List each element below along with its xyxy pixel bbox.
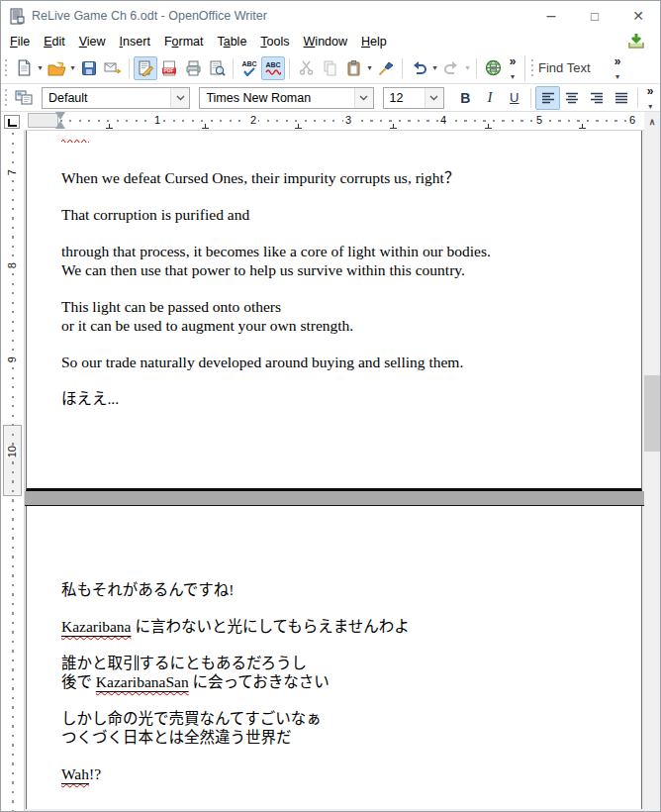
paste-dropdown[interactable] — [365, 56, 374, 80]
paragraph: We can then use that power to help us su… — [27, 260, 641, 279]
title-bar: ReLive Game Ch 6.odt - OpenOffice Writer — [1, 1, 660, 31]
menu-format[interactable]: Format — [157, 33, 211, 51]
close-button[interactable] — [616, 1, 660, 31]
minimize-icon — [547, 7, 556, 25]
indent-marker-bottom[interactable] — [55, 121, 65, 129]
vertical-ruler[interactable]: 7 8 9 10 — [1, 131, 25, 812]
formatting-toolbar-grip[interactable] — [4, 87, 9, 109]
spellcheck-button[interactable]: ABC — [237, 56, 261, 80]
formatting-toolbar: Default Times New Roman 12 B I U — [1, 84, 660, 112]
paragraph: 後で KazaribanaSan に会っておきなさい — [27, 672, 641, 691]
indent-marker-top[interactable] — [55, 112, 65, 120]
menu-window[interactable]: Window — [297, 33, 354, 51]
spellcheck-icon: ABC — [241, 60, 256, 76]
undo-button[interactable] — [407, 56, 430, 80]
document-canvas[interactable]: When we defeat Cursed Ones, their impuri… — [25, 131, 644, 812]
chevron-double-icon — [510, 54, 517, 68]
page-preview-icon — [209, 60, 226, 76]
tab-stop-mark — [202, 124, 209, 129]
horizontal-ruler[interactable]: 1 2 3 4 5 6 — [25, 112, 644, 131]
copy-button[interactable] — [318, 56, 341, 80]
minimize-button[interactable] — [529, 1, 573, 31]
combo-arrow-icon[interactable] — [425, 88, 443, 108]
open-button[interactable] — [45, 56, 68, 80]
find-text-input[interactable] — [538, 60, 610, 75]
page-1[interactable]: When we defeat Cursed Ones, their impuri… — [26, 131, 642, 491]
scroll-up-button[interactable] — [644, 112, 660, 131]
main-area: 7 8 9 10 When we defeat Cursed Ones, the… — [1, 131, 660, 812]
paragraph: When we defeat Cursed Ones, their impuri… — [27, 168, 641, 187]
find-toolbar-overflow[interactable] — [610, 56, 625, 80]
autospellcheck-button[interactable]: ABC — [261, 56, 285, 80]
underline-button[interactable]: U — [502, 86, 526, 110]
edit-mode-button[interactable] — [134, 56, 157, 80]
font-size-select[interactable]: 12 — [383, 87, 444, 109]
tab-stop-mark — [295, 124, 302, 129]
find-toolbar-grip[interactable] — [530, 57, 535, 79]
left-tab-icon — [4, 115, 20, 129]
italic-button[interactable]: I — [478, 86, 503, 110]
justify-button[interactable] — [609, 86, 633, 110]
align-center-icon — [565, 92, 579, 104]
menu-help[interactable]: Help — [354, 33, 394, 51]
ruler-margin-zone — [28, 113, 58, 128]
chevron-double-icon — [614, 54, 621, 68]
scrollbar-thumb[interactable] — [644, 375, 660, 452]
new-document-button[interactable] — [12, 56, 36, 80]
bold-button[interactable]: B — [453, 86, 478, 110]
menu-table[interactable]: Table — [210, 33, 253, 51]
vertical-scrollbar[interactable] — [644, 131, 660, 812]
tab-stop-mark — [390, 124, 397, 129]
standard-toolbar-overflow[interactable] — [505, 56, 520, 80]
align-right-button[interactable] — [585, 86, 610, 110]
email-button[interactable] — [101, 56, 125, 80]
paragraph: So our trade naturally developed around … — [27, 353, 641, 371]
paragraph: or it can be used to augment your own st… — [27, 316, 641, 335]
page-preview-button[interactable] — [205, 56, 229, 80]
export-pdf-button[interactable]: PDF — [157, 56, 181, 80]
maximize-button[interactable] — [573, 1, 616, 31]
align-center-button[interactable] — [560, 86, 585, 110]
menu-tools[interactable]: Tools — [253, 33, 296, 51]
paste-button[interactable] — [341, 56, 365, 80]
menu-insert[interactable]: Insert — [113, 33, 157, 51]
menu-edit[interactable]: Edit — [37, 33, 72, 51]
styles-button[interactable] — [12, 86, 36, 110]
combo-arrow-icon[interactable] — [170, 88, 189, 108]
chevron-double-icon — [647, 84, 654, 98]
pdf-export-icon: PDF — [161, 60, 177, 76]
save-floppy-icon — [81, 60, 97, 76]
update-available-icon[interactable] — [626, 33, 646, 51]
tab-type-selector[interactable] — [1, 112, 25, 131]
chevron-down-icon — [615, 68, 619, 82]
paragraph: ほええ... — [27, 389, 641, 408]
combo-arrow-icon[interactable] — [354, 88, 373, 108]
align-left-button[interactable] — [535, 86, 560, 110]
format-paintbrush-button[interactable] — [374, 56, 398, 80]
print-button[interactable] — [181, 56, 205, 80]
formatting-toolbar-overflow[interactable] — [642, 86, 658, 110]
writer-document-icon — [9, 8, 26, 25]
paintbrush-icon — [378, 60, 394, 76]
hyperlink-button[interactable] — [481, 56, 505, 80]
redo-button[interactable] — [439, 56, 463, 80]
new-document-dropdown[interactable] — [36, 56, 45, 80]
paragraph-style-select[interactable]: Default — [42, 87, 190, 109]
toolbar-grip[interactable] — [4, 57, 9, 79]
font-name-select[interactable]: Times New Roman — [199, 87, 373, 109]
redo-dropdown[interactable] — [463, 56, 472, 80]
tab-stop-mark — [106, 124, 113, 129]
menu-file[interactable]: File — [3, 33, 37, 51]
chevron-down-icon — [648, 98, 652, 112]
ruler-ticks — [12, 133, 14, 811]
printer-icon — [185, 60, 202, 76]
copy-icon — [323, 60, 337, 76]
new-document-icon — [16, 59, 33, 76]
cut-button[interactable] — [294, 56, 318, 80]
undo-dropdown[interactable] — [430, 56, 439, 80]
menu-view[interactable]: View — [72, 33, 113, 51]
save-button[interactable] — [77, 56, 101, 80]
undo-icon — [411, 60, 427, 75]
page-2[interactable]: 私もそれがあるんですね! Kazaribana に言わないと光にしてもらえません… — [26, 506, 642, 809]
open-dropdown[interactable] — [68, 56, 77, 80]
